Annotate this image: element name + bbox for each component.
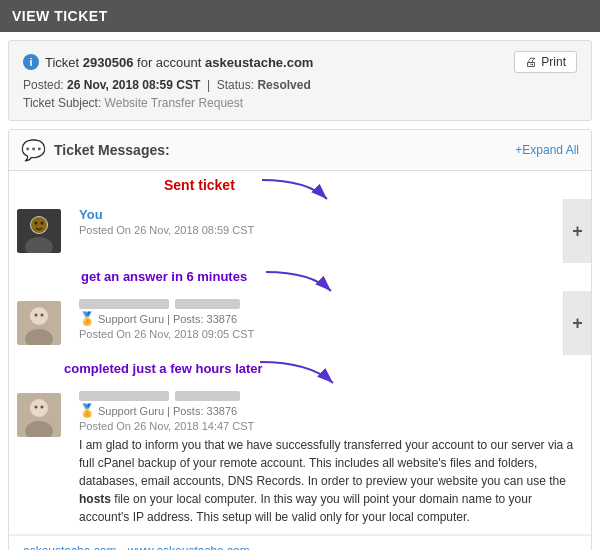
svg-point-15 [30, 399, 48, 417]
posted-on-3: Posted On 26 Nov, 2018 14:47 CST [79, 420, 581, 432]
ticket-account: askeustache.com [205, 55, 313, 70]
svg-point-5 [35, 222, 38, 225]
messages-header: 💬 Ticket Messages: +Expand All [9, 130, 591, 171]
sender-name-1[interactable]: You [79, 207, 103, 222]
sender-info-2 [79, 299, 553, 309]
annotation-row-2: get an answer in 6 minutes [9, 263, 591, 291]
annotation-row-3: completed just a few hours later [9, 355, 591, 383]
info-icon: i [23, 54, 39, 70]
annotation-sent-text: Sent ticket [164, 177, 235, 193]
status-label: Status: [217, 78, 254, 92]
ticket-info-section: i Ticket 2930506 for account askeustache… [8, 40, 592, 121]
expand-button-1[interactable]: + [563, 199, 591, 263]
blurred-name-3a [79, 391, 169, 401]
posts-3: Posts: 33876 [173, 405, 237, 417]
medal-icon-2: 🏅 [79, 311, 95, 326]
ticket-footer: askeustache.com www.askeustache.com [9, 535, 591, 550]
support-avatar-2 [17, 301, 61, 345]
svg-point-17 [35, 406, 38, 409]
message-content-2: 🏅 Support Guru | Posts: 33876 Posted On … [69, 291, 563, 355]
messages-section: 💬 Ticket Messages: +Expand All Sent tick… [8, 129, 592, 550]
message-block-3: completed just a few hours later [9, 355, 591, 550]
messages-title: 💬 Ticket Messages: [21, 138, 170, 162]
page-title: VIEW TICKET [12, 8, 108, 24]
posted-label: Posted: [23, 78, 64, 92]
status-value: Resolved [257, 78, 310, 92]
chat-icon: 💬 [21, 138, 46, 162]
message-block-2: get an answer in 6 minutes [9, 263, 591, 355]
print-icon: 🖨 [525, 55, 537, 69]
hosts-bold: hosts [79, 492, 111, 506]
annotation-row-1: Sent ticket [9, 171, 591, 199]
sender-info-3 [79, 391, 581, 401]
message-row-2: 🏅 Support Guru | Posts: 33876 Posted On … [9, 291, 591, 355]
message-row-1: You Posted On 26 Nov, 2018 08:59 CST + [9, 199, 591, 263]
message-block-1: Sent ticket [9, 171, 591, 263]
posts-2: Posts: 33876 [173, 313, 237, 325]
role-3: Support Guru [98, 405, 164, 417]
posted-date: 26 Nov, 2018 08:59 CST [67, 78, 200, 92]
svg-point-12 [41, 314, 44, 317]
svg-point-18 [41, 406, 44, 409]
subject-value: Website Transfer Request [105, 96, 244, 110]
ticket-subject-row: Ticket Subject: Website Transfer Request [23, 96, 577, 110]
expand-button-2[interactable]: + [563, 291, 591, 355]
annotation-6min-text: get an answer in 6 minutes [81, 269, 247, 284]
messages-title-text: Ticket Messages: [54, 142, 170, 158]
page-header: VIEW TICKET [0, 0, 600, 32]
message-body-3: I am glad to inform you that we have suc… [79, 436, 581, 526]
footer-link-1[interactable]: askeustache.com [23, 544, 116, 550]
avatar-col-3 [9, 383, 69, 534]
message-content-1: You Posted On 26 Nov, 2018 08:59 CST [69, 199, 563, 263]
footer-link-2[interactable]: www.askeustache.com [128, 544, 250, 550]
guru-badge-2: 🏅 Support Guru | Posts: 33876 [79, 311, 553, 326]
role-2: Support Guru [98, 313, 164, 325]
posted-on-1: Posted On 26 Nov, 2018 08:59 CST [79, 224, 553, 236]
avatar-col-1 [9, 199, 69, 263]
blurred-name-2a [79, 299, 169, 309]
subject-label: Ticket Subject: [23, 96, 101, 110]
svg-point-4 [31, 217, 47, 233]
print-label: Print [541, 55, 566, 69]
message-content-3: 🏅 Support Guru | Posts: 33876 Posted On … [69, 383, 591, 534]
annotation-completed-text: completed just a few hours later [64, 361, 263, 376]
ticket-meta-row: Posted: 26 Nov, 2018 08:59 CST | Status:… [23, 78, 577, 92]
ticket-number: 2930506 [83, 55, 134, 70]
svg-point-9 [30, 307, 48, 325]
user-avatar-1 [17, 209, 61, 253]
posted-on-2: Posted On 26 Nov, 2018 09:05 CST [79, 328, 553, 340]
print-button[interactable]: 🖨 Print [514, 51, 577, 73]
support-avatar-3 [17, 393, 61, 437]
avatar-col-2 [9, 291, 69, 355]
blurred-name-2b [175, 299, 240, 309]
expand-all-link[interactable]: +Expand All [515, 143, 579, 157]
blurred-name-3b [175, 391, 240, 401]
ticket-prefix: Ticket 2930506 for account askeustache.c… [45, 55, 313, 70]
separator-2: | [167, 313, 170, 325]
for-text: for account [137, 55, 201, 70]
svg-point-6 [41, 222, 44, 225]
message-row-3: 🏅 Support Guru | Posts: 33876 Posted On … [9, 383, 591, 535]
separator-3: | [167, 405, 170, 417]
svg-point-11 [35, 314, 38, 317]
medal-icon-3: 🏅 [79, 403, 95, 418]
guru-badge-3: 🏅 Support Guru | Posts: 33876 [79, 403, 581, 418]
